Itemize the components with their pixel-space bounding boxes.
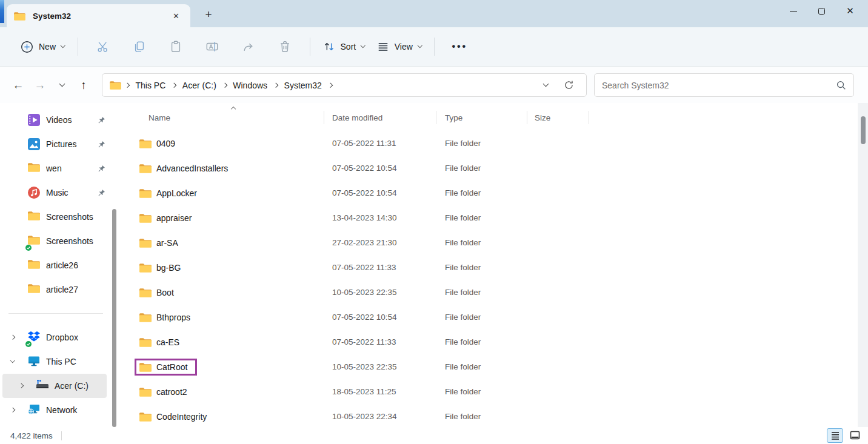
sidebar-item-wen[interactable]: wen xyxy=(0,156,121,181)
sidebar-item-acer-c[interactable]: Acer (C:) xyxy=(2,374,107,398)
cut-button[interactable] xyxy=(88,35,118,58)
share-button[interactable] xyxy=(234,35,263,58)
share-icon xyxy=(242,40,255,53)
folder-icon xyxy=(139,288,152,297)
file-row-advancedinstallers[interactable]: AdvancedInstallers 07-05-2022 10:54 File… xyxy=(121,156,858,181)
ellipsis-icon: ••• xyxy=(452,41,467,52)
sidebar-divider xyxy=(8,313,103,314)
file-row-ca-es[interactable]: ca-ES 07-05-2022 11:33 File folder xyxy=(121,330,858,354)
copy-icon xyxy=(133,40,146,53)
details-view-button[interactable] xyxy=(827,428,843,443)
sidebar-item-article26[interactable]: article26 xyxy=(0,253,121,277)
sidebar-scrollbar[interactable] xyxy=(112,209,116,427)
folder-icon xyxy=(139,139,152,148)
minimize-button[interactable] xyxy=(779,1,807,21)
file-row-boot[interactable]: Boot 10-05-2023 22:35 File folder xyxy=(121,280,858,305)
folder-icon xyxy=(28,162,41,174)
highlight-box: CatRoot xyxy=(135,359,197,376)
address-dropdown-icon[interactable] xyxy=(543,81,549,87)
breadcrumb-system32[interactable]: System32 xyxy=(282,78,324,93)
file-row-catroot[interactable]: CatRoot 10-05-2023 22:35 File folder xyxy=(121,354,858,379)
new-button[interactable]: New xyxy=(15,36,71,58)
search-box[interactable] xyxy=(594,73,854,97)
chevron-right-icon[interactable] xyxy=(19,383,24,388)
tab-title: System32 xyxy=(33,12,71,21)
pin-icon xyxy=(98,189,105,197)
breadcrumb-acer-c[interactable]: Acer (C:) xyxy=(180,78,219,93)
sidebar-item-article27[interactable]: article27 xyxy=(0,277,121,302)
chevron-right-icon xyxy=(273,83,278,88)
sort-button[interactable]: Sort xyxy=(317,36,371,58)
large-icons-view-button[interactable] xyxy=(847,428,863,443)
rename-button[interactable] xyxy=(198,35,227,58)
paste-button[interactable] xyxy=(161,35,190,58)
folder-icon xyxy=(28,211,41,223)
sidebar-item-network[interactable]: Network xyxy=(0,398,121,422)
file-row-applocker[interactable]: AppLocker 07-05-2022 10:54 File folder xyxy=(121,181,858,205)
folder-icon xyxy=(110,81,121,90)
chevron-down-icon[interactable] xyxy=(10,358,15,363)
sidebar-item-screenshots-1[interactable]: Screenshots xyxy=(0,205,121,229)
file-row-codeintegrity[interactable]: CodeIntegrity 10-05-2023 22:34 File fold… xyxy=(121,404,858,429)
column-header-name[interactable]: Name xyxy=(121,107,324,128)
plus-circle-icon xyxy=(21,41,33,53)
status-bar: 4,422 items xyxy=(0,427,868,444)
navigation-bar: ← → ↑ This PC Acer (C:) Windows System32 xyxy=(0,67,868,103)
column-header-date-modified[interactable]: Date modified xyxy=(324,107,436,128)
folder-icon xyxy=(139,362,152,372)
file-list-scrollbar[interactable] xyxy=(858,103,868,427)
sidebar-item-pictures[interactable]: Pictures xyxy=(0,132,121,156)
column-header-size[interactable]: Size xyxy=(527,107,589,128)
folder-icon xyxy=(14,12,25,21)
breadcrumb-this-pc[interactable]: This PC xyxy=(133,78,169,93)
search-icon[interactable] xyxy=(836,80,846,90)
delete-button[interactable] xyxy=(270,35,299,58)
toolbar-separator xyxy=(78,38,78,56)
tab-close-icon[interactable]: ✕ xyxy=(173,12,179,21)
view-button[interactable]: View xyxy=(371,36,428,58)
view-icon xyxy=(377,41,389,53)
copy-button[interactable] xyxy=(125,35,154,58)
folder-icon xyxy=(139,263,152,273)
new-tab-button[interactable]: + xyxy=(201,7,216,22)
cut-icon xyxy=(96,40,110,53)
maximize-button[interactable] xyxy=(807,1,836,21)
large-icons-view-icon xyxy=(850,431,860,440)
sidebar-item-this-pc[interactable]: This PC xyxy=(0,350,121,374)
sidebar-item-music[interactable]: Music xyxy=(0,181,121,205)
address-bar[interactable]: This PC Acer (C:) Windows System32 xyxy=(102,73,587,97)
refresh-icon[interactable] xyxy=(564,80,574,90)
forward-button[interactable]: → xyxy=(29,75,51,96)
file-row-bg-bg[interactable]: bg-BG 07-05-2022 11:33 File folder xyxy=(121,255,858,280)
drive-icon xyxy=(36,380,49,392)
recent-locations-button[interactable] xyxy=(51,75,73,96)
folder-icon xyxy=(28,259,41,271)
chevron-down-icon xyxy=(61,43,65,48)
chevron-right-icon[interactable] xyxy=(10,335,15,340)
file-row-0409[interactable]: 0409 07-05-2022 11:31 File folder xyxy=(121,131,858,156)
file-row-appraiser[interactable]: appraiser 13-04-2023 14:30 File folder xyxy=(121,205,858,230)
close-button[interactable]: ✕ xyxy=(836,1,864,21)
file-row-bthprops[interactable]: Bthprops 07-05-2022 10:54 File folder xyxy=(121,305,858,330)
chevron-right-icon[interactable] xyxy=(10,408,15,413)
file-row-catroot2[interactable]: catroot2 18-05-2023 11:25 File folder xyxy=(121,379,858,404)
file-row-ar-sa[interactable]: ar-SA 27-02-2023 21:30 File folder xyxy=(121,230,858,255)
chevron-down-icon xyxy=(361,43,366,48)
back-button[interactable]: ← xyxy=(7,75,29,96)
sidebar-item-dropbox[interactable]: Dropbox xyxy=(0,325,121,350)
sync-check-badge-icon xyxy=(25,243,32,249)
up-button[interactable]: ↑ xyxy=(73,75,95,96)
breadcrumb-windows[interactable]: Windows xyxy=(230,78,270,93)
details-view-icon xyxy=(830,431,840,440)
sidebar-item-screenshots-2[interactable]: Screenshots xyxy=(0,229,121,253)
see-more-button[interactable]: ••• xyxy=(445,35,474,58)
folder-icon xyxy=(139,188,152,198)
sidebar-item-videos[interactable]: Videos xyxy=(0,108,121,132)
folder-icon xyxy=(139,164,152,173)
scrollbar-thumb[interactable] xyxy=(861,116,866,144)
toolbar-separator xyxy=(310,38,310,56)
column-header-type[interactable]: Type xyxy=(436,107,527,128)
dropbox-icon xyxy=(28,331,41,343)
tab-system32[interactable]: System32 ✕ xyxy=(7,4,190,27)
search-input[interactable] xyxy=(602,81,836,90)
